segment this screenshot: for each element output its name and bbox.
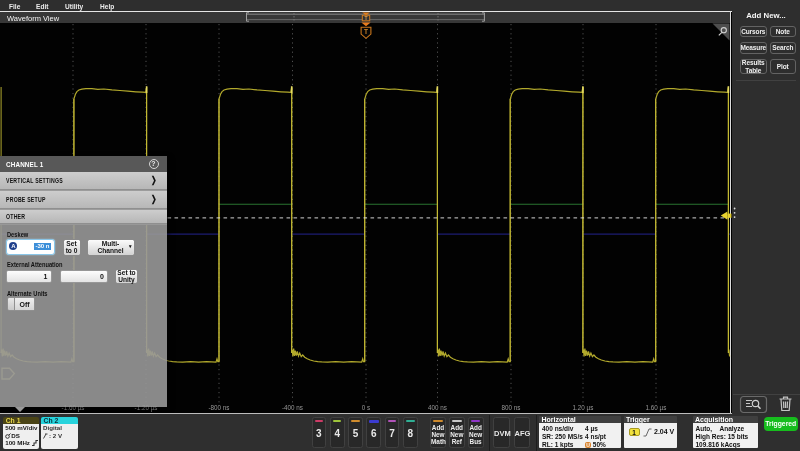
svg-text:T: T	[364, 28, 368, 35]
svg-text:800 ns: 800 ns	[502, 404, 521, 411]
svg-text:-400 ns: -400 ns	[282, 404, 303, 411]
svg-text:1.20 µs: 1.20 µs	[573, 404, 594, 412]
svg-text:1.60 µs: 1.60 µs	[646, 404, 667, 412]
svg-text:400 ns: 400 ns	[428, 404, 447, 411]
svg-text:0 s: 0 s	[362, 404, 370, 411]
svg-text:-800 ns: -800 ns	[208, 404, 229, 411]
svg-text:T: T	[364, 15, 367, 21]
